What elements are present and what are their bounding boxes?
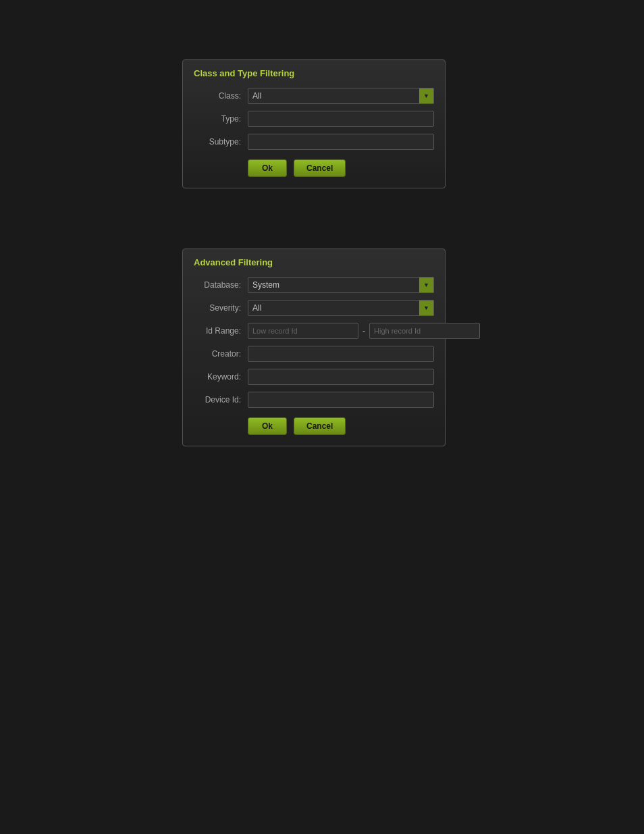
class-select-wrapper: All Error Warning Info xyxy=(248,88,434,104)
dialog2-button-row: Ok Cancel xyxy=(194,417,434,435)
device-id-label: Device Id: xyxy=(194,395,241,405)
dialog1-title: Class and Type Filtering xyxy=(194,68,434,78)
high-record-id-input[interactable] xyxy=(369,323,480,339)
id-range-inputs: - xyxy=(248,323,480,339)
dialog1-ok-button[interactable]: Ok xyxy=(248,159,287,177)
dialog1-button-row: Ok Cancel xyxy=(194,159,434,177)
id-range-label: Id Range: xyxy=(194,326,241,336)
database-label: Database: xyxy=(194,280,241,290)
creator-row: Creator: xyxy=(194,346,434,362)
subtype-input[interactable] xyxy=(248,134,434,150)
keyword-label: Keyword: xyxy=(194,372,241,382)
database-row: Database: System Archive Local xyxy=(194,277,434,293)
dialog2-title: Advanced Filtering xyxy=(194,257,434,267)
database-select-wrapper: System Archive Local xyxy=(248,277,434,293)
device-id-input[interactable] xyxy=(248,392,434,408)
creator-label: Creator: xyxy=(194,349,241,359)
type-label: Type: xyxy=(194,114,241,124)
severity-label: Severity: xyxy=(194,303,241,313)
subtype-label: Subtype: xyxy=(194,137,241,147)
id-range-row: Id Range: - xyxy=(194,323,434,339)
dialog2-ok-button[interactable]: Ok xyxy=(248,417,287,435)
class-label: Class: xyxy=(194,91,241,101)
device-id-row: Device Id: xyxy=(194,392,434,408)
advanced-filtering-dialog: Advanced Filtering Database: System Arch… xyxy=(182,249,446,446)
dialog2-cancel-button[interactable]: Cancel xyxy=(294,417,346,435)
creator-input[interactable] xyxy=(248,346,434,362)
class-select[interactable]: All Error Warning Info xyxy=(248,88,434,104)
dialog1-cancel-button[interactable]: Cancel xyxy=(294,159,346,177)
severity-select[interactable]: All Critical Major Minor Warning Info xyxy=(248,300,434,316)
class-row: Class: All Error Warning Info xyxy=(194,88,434,104)
low-record-id-input[interactable] xyxy=(248,323,358,339)
id-range-dash: - xyxy=(361,326,367,336)
keyword-row: Keyword: xyxy=(194,369,434,385)
severity-select-wrapper: All Critical Major Minor Warning Info xyxy=(248,300,434,316)
type-input[interactable] xyxy=(248,111,434,127)
subtype-row: Subtype: xyxy=(194,134,434,150)
keyword-input[interactable] xyxy=(248,369,434,385)
type-row: Type: xyxy=(194,111,434,127)
database-select[interactable]: System Archive Local xyxy=(248,277,434,293)
class-type-filtering-dialog: Class and Type Filtering Class: All Erro… xyxy=(182,59,446,188)
severity-row: Severity: All Critical Major Minor Warni… xyxy=(194,300,434,316)
